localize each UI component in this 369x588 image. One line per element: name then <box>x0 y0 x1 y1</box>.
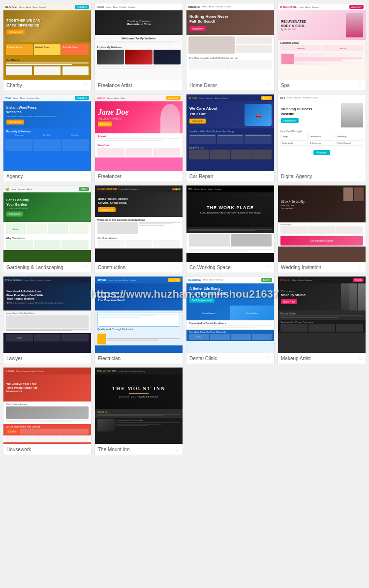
template-footer-car-repair: Car Repair ♡ <box>186 171 274 182</box>
template-label-agency: Agency <box>6 174 23 179</box>
template-preview-electrician: iSPARK HomeServicesAboutContact QUOTE Wh… <box>95 277 183 353</box>
template-label-dental: Dental Clinic <box>189 356 217 361</box>
heart-icon-lawyer[interactable]: ♡ <box>83 355 88 362</box>
template-card-makeup[interactable]: ✿ Beauty HomeAboutServices BOOK Christin… <box>277 276 366 364</box>
template-label-digital-agency: Digital Agency <box>281 174 312 179</box>
template-preview-spa: ✿ BEAUTIFUL HomeAboutServices AGENCY REJ… <box>278 3 366 80</box>
template-preview-car-repair: ⚡ Auto HomeServicesAboutContact BOOK 🚗 W… <box>186 94 274 171</box>
heart-icon-spa[interactable]: ♡ <box>357 82 363 89</box>
heart-icon-electrician[interactable]: ♡ <box>174 355 180 362</box>
template-label-wedding: Wedding Invitation <box>281 265 321 270</box>
template-card-freelancer[interactable]: Jane D. HomeAboutWork AGENCY Jane Doe HE… <box>94 94 183 182</box>
template-preview-charity: M.A.K.E. HomeAboutNewsContact AGENCY TOG… <box>3 3 91 80</box>
template-preview-gardening: 🌿 HomeServicesAbout FREE Let's BeautifyY… <box>3 186 91 262</box>
heart-icon-charity[interactable]: ♡ <box>83 82 88 89</box>
template-preview-coworking: WP HomeAboutSpaceContact THE WORK PLACE … <box>186 186 274 262</box>
heart-icon-digital-agency[interactable]: ♡ <box>357 173 363 180</box>
template-card-gardening[interactable]: 🌿 HomeServicesAbout FREE Let's BeautifyY… <box>3 185 92 273</box>
template-footer-housework: Housework ♡ <box>3 444 91 455</box>
template-card-spa[interactable]: ✿ BEAUTIFUL HomeAboutServices AGENCY REJ… <box>277 3 366 91</box>
template-label-mount-inn: The Mount Inn <box>98 447 129 452</box>
template-card-car-repair[interactable]: ⚡ Auto HomeServicesAboutContact BOOK 🚗 W… <box>186 94 275 182</box>
template-card-construction[interactable]: CONSTRUCTION HomeAboutServices Broad Vis… <box>94 185 183 273</box>
template-card-wedding[interactable]: Mark & Sally Save The Date Our First Tal… <box>277 185 366 273</box>
heart-icon-freelancer[interactable]: ♡ <box>174 173 180 180</box>
template-footer-makeup: Makeup Artist ♡ <box>278 353 366 364</box>
heart-icon-makeup[interactable]: ♡ <box>357 355 363 362</box>
template-label-spa: Spa <box>281 83 290 88</box>
template-preview-makeup: ✿ Beauty HomeAboutServices BOOK Christin… <box>278 277 366 353</box>
template-footer-electrician: Electrician ♡ <box>95 353 183 364</box>
template-preview-housework: ✦ Shine HomeServicesAboutContact We Beli… <box>3 368 91 444</box>
template-card-charity[interactable]: M.A.K.E. HomeAboutNewsContact AGENCY TOG… <box>3 3 92 91</box>
heart-icon-construction[interactable]: ♡ <box>174 264 180 271</box>
template-label-electrician: Electrician <box>98 356 121 361</box>
template-label-car-repair: Car Repair <box>189 174 213 179</box>
heart-icon-agency[interactable]: ♡ <box>83 173 88 180</box>
template-preview-agency: WEA HomeAboutServicesBlog AGENCY Instant… <box>3 94 91 171</box>
template-footer-agency: Agency ♡ <box>3 171 91 182</box>
template-card-electrician[interactable]: iSPARK HomeServicesAboutContact QUOTE Wh… <box>94 276 183 364</box>
template-preview-homedecor: INTERIOR HomeAboutServicesContact Nothin… <box>186 3 274 80</box>
template-label-construction: Construction <box>98 265 125 270</box>
template-preview-dental: DentalPlus HomeAboutServices BOOK A Bett… <box>186 277 274 353</box>
template-footer-freelancer: Freelancer ♡ <box>95 171 183 182</box>
heart-icon-dental[interactable]: ♡ <box>266 355 271 362</box>
template-footer-spa: Spa ♡ <box>278 80 366 91</box>
template-preview-digital-agency: DGT HomeServicesPortfolioContact Stunnin… <box>278 94 366 171</box>
heart-icon-car-repair[interactable]: ♡ <box>266 173 271 180</box>
heart-icon-gardening[interactable]: ♡ <box>83 264 88 271</box>
template-label-freelancer: Freelancer <box>98 174 122 179</box>
heart-icon-wedding[interactable]: ♡ <box>357 264 363 271</box>
heart-icon-coworking[interactable]: ♡ <box>266 264 271 271</box>
template-label-charity: Charity <box>6 83 22 88</box>
template-footer-gardening: Gardening & Landscaping ♡ <box>3 262 91 273</box>
heart-icon-housework[interactable]: ♡ <box>83 446 88 453</box>
template-footer-dental: Dental Clinic ♡ <box>186 353 274 364</box>
template-label-housework: Housework <box>6 447 31 452</box>
template-label-makeup: Makeup Artist <box>281 356 311 361</box>
template-label-homedecor: Home Decor <box>189 83 217 88</box>
template-label-lawyer: Lawyer <box>6 356 22 361</box>
templates-grid: M.A.K.E. HomeAboutNewsContact AGENCY TOG… <box>0 0 369 458</box>
template-preview-construction: CONSTRUCTION HomeAboutServices Broad Vis… <box>95 186 183 262</box>
template-footer-charity: Charity ♡ <box>3 80 91 91</box>
template-footer-homedecor: Home Decor ♡ <box>186 80 274 91</box>
heart-icon-freelance[interactable]: ♡ <box>174 82 180 89</box>
template-card-mount-inn[interactable]: THE MOUNT INN HomeAboutRoomsBooking THE … <box>94 367 183 455</box>
heart-icon-homedecor[interactable]: ♡ <box>266 82 271 89</box>
template-card-digital-agency[interactable]: DGT HomeServicesPortfolioContact Stunnin… <box>277 94 366 182</box>
template-card-lawyer[interactable]: Prime Sensato HomeAboutPracticeContact Y… <box>3 276 92 364</box>
template-label-coworking: Co-Working Space <box>189 265 231 270</box>
template-card-coworking[interactable]: WP HomeAboutSpaceContact THE WORK PLACE … <box>186 185 275 273</box>
template-preview-freelancer: Jane D. HomeAboutWork AGENCY Jane Doe HE… <box>95 94 183 171</box>
template-label-gardening: Gardening & Landscaping <box>6 265 63 270</box>
template-card-housework[interactable]: ✦ Shine HomeServicesAboutContact We Beli… <box>3 367 92 455</box>
template-preview-freelance: LOGO HomeAboutPortfolioContact Creating … <box>95 3 183 80</box>
template-preview-lawyer: Prime Sensato HomeAboutPracticeContact Y… <box>3 277 91 353</box>
template-footer-coworking: Co-Working Space ♡ <box>186 262 274 273</box>
template-preview-mount-inn: THE MOUNT INN HomeAboutRoomsBooking THE … <box>95 368 183 444</box>
template-footer-mount-inn: The Mount Inn ♡ <box>95 444 183 455</box>
template-card-dental[interactable]: DentalPlus HomeAboutServices BOOK A Bett… <box>186 276 275 364</box>
template-card-homedecor[interactable]: INTERIOR HomeAboutServicesContact Nothin… <box>186 3 275 91</box>
template-card-freelance[interactable]: LOGO HomeAboutPortfolioContact Creating … <box>94 3 183 91</box>
template-footer-freelance: Freelance Artist ♡ <box>95 80 183 91</box>
template-preview-wedding: Mark & Sally Save The Date Our First Tal… <box>278 186 366 262</box>
template-footer-digital-agency: Digital Agency ♡ <box>278 171 366 182</box>
template-footer-lawyer: Lawyer ♡ <box>3 353 91 364</box>
template-label-freelance: Freelance Artist <box>98 83 132 88</box>
template-footer-construction: Construction ♡ <box>95 262 183 273</box>
template-card-agency[interactable]: WEA HomeAboutServicesBlog AGENCY Instant… <box>3 94 92 182</box>
heart-icon-mount-inn[interactable]: ♡ <box>174 446 180 453</box>
template-footer-wedding: Wedding Invitation ♡ <box>278 262 366 273</box>
